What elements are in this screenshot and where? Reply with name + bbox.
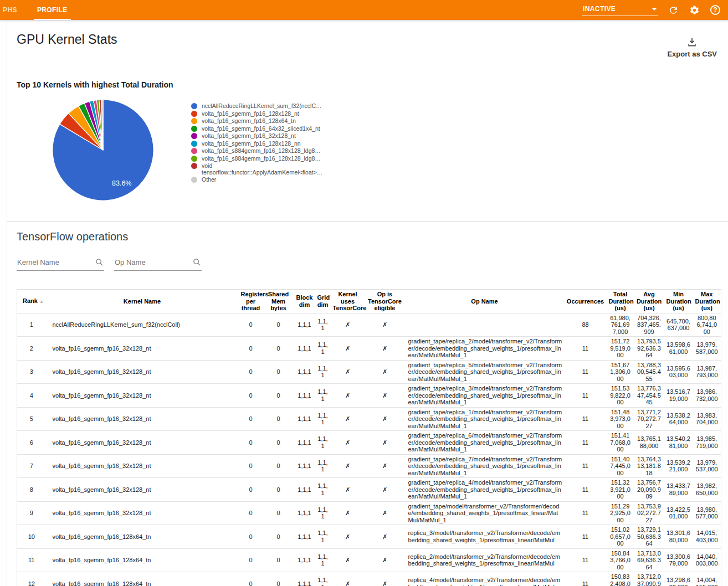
legend-label: void tensorflow::functor::ApplyAdamKerne…: [202, 163, 324, 176]
cell-min-duration: 13,595,603,000: [664, 360, 693, 384]
cell-grid-dim: 1,1,1: [315, 572, 331, 586]
legend-item: volta_fp16_sgemm_fp16_64x32_sliced1x4_nt: [191, 126, 324, 132]
cell-min-duration: 13,433,789,000: [664, 478, 693, 502]
kernel-name-input[interactable]: [17, 256, 104, 271]
cell-max-duration: 13,982,650,000: [693, 478, 721, 502]
legend-item: void tensorflow::functor::ApplyAdamKerne…: [191, 163, 324, 176]
cell-avg-duration: 13,753,902,272.727: [634, 501, 664, 525]
refresh-button[interactable]: [667, 4, 679, 16]
cell-kernel-name: volta_fp16_sgemm_fp16_128x64_tn: [46, 572, 239, 586]
cell-shared-mem: 0: [263, 337, 294, 361]
cell-shared-mem: 0: [263, 478, 294, 502]
cell-kernel-tensorcore: ✗: [331, 454, 365, 478]
column-header[interactable]: Op is TensorCore eligible: [365, 290, 405, 313]
cell-registers: 0: [239, 337, 263, 361]
cell-occurrences: 11: [565, 384, 607, 408]
column-header[interactable]: Block dim: [294, 290, 315, 313]
cell-op-name: gradient_tape/replica_4/model/transforme…: [405, 478, 565, 502]
legend-item: volta_fp16_sgemm_fp16_128x128_nt: [191, 111, 324, 117]
legend-swatch-icon: [191, 177, 197, 183]
cell-rank: 1: [17, 313, 46, 337]
search-icon: [192, 258, 202, 267]
cell-total-duration: 151,417,068,000: [607, 431, 634, 455]
legend-label: volta_fp16_sgemm_fp16_32x128_nt: [202, 133, 296, 140]
table-row: 3 volta_fp16_sgemm_fp16_32x128_nt 0 0 1,…: [17, 360, 721, 384]
legend-swatch-icon: [191, 141, 197, 147]
cell-rank: 3: [17, 360, 46, 384]
pie-chart-area: 83.6% ncclAllReduceRingLLKernel_sum_f32(…: [17, 99, 716, 212]
column-header[interactable]: Rank▲: [17, 290, 46, 313]
run-selector[interactable]: INACTIVE: [582, 4, 658, 16]
export-csv-button[interactable]: Export as CSV: [667, 37, 717, 58]
cell-op-name: gradient_tape/replica_6/model/transforme…: [405, 431, 565, 455]
table-row: 4 volta_fp16_sgemm_fp16_32x128_nt 0 0 1,…: [17, 384, 721, 408]
cell-shared-mem: 0: [263, 525, 294, 549]
column-header[interactable]: Occurrences: [565, 290, 607, 313]
settings-button[interactable]: [688, 4, 700, 16]
cell-avg-duration: 13,788,300,545.455: [634, 360, 664, 384]
column-header[interactable]: Total Duration (us): [607, 290, 634, 313]
cell-total-duration: 150,843,766,000: [607, 548, 634, 572]
cell-total-duration: 151,323,921,000: [607, 478, 634, 502]
cell-kernel-tensorcore: ✗: [331, 407, 365, 431]
cell-op-name: replica_2/model/transformer_v2/Transform…: [405, 548, 565, 572]
tensorflow-operations-section: TensorFlow operations: [7, 222, 728, 586]
toolbar: PHS PROFILE INACTIVE ?: [0, 0, 728, 20]
cell-kernel-tensorcore: ✗: [331, 548, 365, 572]
op-name-input[interactable]: [114, 256, 202, 271]
cell-rank: 11: [17, 548, 46, 572]
cell-shared-mem: 0: [263, 407, 294, 431]
column-header[interactable]: Kernel Name: [46, 290, 239, 313]
gpu-kernel-stats-section: GPU Kernel Stats Export as CSV Top 10 Ke…: [7, 20, 728, 221]
cell-kernel-tensorcore: ✗: [331, 360, 365, 384]
search-icon: [95, 258, 104, 267]
column-header[interactable]: Max Duration (us): [693, 290, 721, 313]
cell-op-tc-eligible: ✗: [365, 548, 405, 572]
gear-icon: [689, 5, 700, 16]
column-header[interactable]: Avg Duration (us): [634, 290, 664, 313]
cell-occurrences: 11: [565, 548, 607, 572]
cell-max-duration: 13,983,704,000: [693, 407, 721, 431]
column-header[interactable]: Min Duration (us): [664, 290, 693, 313]
legend-item: volta_fp16_sgemm_fp16_128x64_tn: [191, 118, 324, 125]
cell-max-duration: 14,015,403,000: [693, 525, 721, 549]
cell-grid-dim: 1,1,1: [315, 407, 331, 431]
table-row: 10 volta_fp16_sgemm_fp16_128x64_tn 0 0 1…: [17, 525, 721, 549]
legend-item: volta_fp16_sgemm_fp16_128x128_nn: [191, 141, 324, 147]
cell-total-duration: 151,020,657,000: [607, 525, 634, 549]
cell-registers: 0: [239, 501, 263, 525]
cell-occurrences: 88: [565, 313, 607, 337]
cell-rank: 5: [17, 407, 46, 431]
cell-shared-mem: 0: [263, 313, 294, 337]
cell-registers: 0: [239, 431, 263, 455]
cell-grid-dim: 1,1,1: [315, 313, 331, 337]
column-header[interactable]: Kernel uses TensorCore: [331, 290, 365, 313]
cell-block-dim: 1,1,1: [294, 454, 315, 478]
column-header[interactable]: Grid dim: [315, 290, 331, 313]
tab-graphs[interactable]: PHS: [1, 0, 19, 20]
cell-block-dim: 1,1,1: [294, 407, 315, 431]
cell-rank: 12: [17, 572, 46, 586]
cell-registers: 0: [239, 313, 263, 337]
cell-op-tc-eligible: ✗: [365, 360, 405, 384]
cell-kernel-name: ncclAllReduceRingLLKernel_sum_f32(ncclCo…: [46, 313, 239, 337]
cell-kernel-name: volta_fp16_sgemm_fp16_32x128_nt: [46, 431, 239, 455]
ops-table-header-row: Rank▲Kernel NameRegisters per threadShar…: [17, 290, 721, 313]
help-icon: ?: [710, 5, 720, 15]
help-button[interactable]: ?: [709, 4, 721, 16]
legend-swatch-icon: [191, 133, 197, 139]
legend-label: volta_fp16_sgemm_fp16_128x128_nn: [202, 141, 301, 147]
tab-profile[interactable]: PROFILE: [30, 0, 74, 20]
cell-op-tc-eligible: ✗: [365, 337, 405, 361]
cell-total-duration: 151,671,306,000: [607, 360, 634, 384]
ops-table: Rank▲Kernel NameRegisters per threadShar…: [17, 289, 721, 586]
cell-max-duration: 800,806,741,000: [693, 313, 721, 337]
cell-shared-mem: 0: [263, 572, 294, 586]
cell-op-tc-eligible: ✗: [365, 454, 405, 478]
cell-op-name: replica_3/model/transformer_v2/Transform…: [405, 525, 565, 549]
column-header[interactable]: Op Name: [405, 290, 565, 313]
cell-total-duration: 61,980,761,697,000: [607, 313, 634, 337]
page-title: GPU Kernel Stats: [17, 32, 716, 47]
cell-grid-dim: 1,1,1: [315, 525, 331, 549]
column-header[interactable]: Registers per thread: [239, 290, 263, 313]
